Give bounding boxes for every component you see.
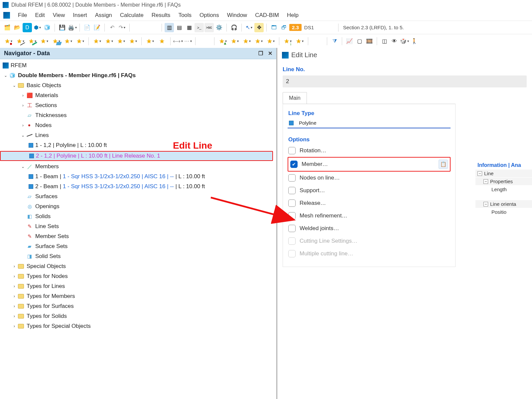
move-node-icon[interactable]: ✥ (254, 23, 264, 32)
menu-insert[interactable]: Insert (69, 11, 90, 19)
ai-assistant-icon[interactable]: 🎧 (229, 23, 239, 32)
menu-results[interactable]: Results (148, 11, 174, 19)
checkbox-nodes-on-line[interactable] (288, 174, 296, 182)
tree-openings[interactable]: ◎Openings (0, 201, 276, 211)
tree-nodes[interactable]: › Nodes (0, 120, 276, 130)
new-eccentricity-icon[interactable]: ★ (253, 36, 264, 46)
checkbox-welded[interactable] (288, 225, 296, 232)
tree-types-surfaces[interactable]: ›Types for Surfaces (0, 301, 276, 311)
webservice-icon[interactable]: ⚙️ (214, 23, 224, 32)
option-nodes-on-line[interactable]: Nodes on line… (288, 172, 451, 184)
new-imposed-deform-icon[interactable]: ★ (294, 36, 305, 46)
section-select[interactable]: Section 2.3 (LRFD), 1. to 5. (341, 25, 406, 30)
menu-window[interactable]: Window (224, 11, 250, 19)
new-rigid-link-icon[interactable]: ★ (265, 36, 276, 46)
new-solid-set-icon[interactable]: ★ (127, 36, 139, 46)
select-arrow-icon[interactable]: ↖︎ (244, 23, 254, 32)
navigator-tree[interactable]: RFEM ⌄ 🧊 Double Members - Member Hinge.r… (0, 59, 276, 399)
tree-root[interactable]: RFEM (0, 61, 276, 70)
result-section-icon[interactable]: ▢ (355, 37, 364, 46)
new-line-set-icon[interactable]: ★ (91, 36, 103, 46)
render-mode-icon[interactable]: 🎲 (400, 37, 409, 46)
tree-thicknesses[interactable]: ▱ Thicknesses (0, 110, 276, 120)
tree-members[interactable]: ⌄ ／ Members (0, 162, 276, 172)
expand-icon[interactable]: › (11, 294, 17, 299)
tree-project[interactable]: ⌄ 🧊 Double Members - Member Hinge.rf6 | … (0, 70, 276, 80)
filter-icon[interactable]: ⧩ (330, 37, 339, 46)
tree-types-nodes[interactable]: ›Types for Nodes (0, 271, 276, 281)
option-mesh-refinement[interactable]: Mesh refinement… (288, 209, 451, 222)
new-line-icon[interactable]: ★ (15, 36, 26, 46)
result-animation-icon[interactable]: 🎞️ (365, 37, 374, 46)
new-intersection-icon[interactable]: ★ (144, 36, 156, 46)
report-icon[interactable]: 📄 (82, 23, 92, 32)
block-manager-icon[interactable]: ⬢ (33, 23, 42, 32)
new-solid-icon[interactable]: ★ (74, 36, 86, 46)
result-diagram-icon[interactable]: 📈 (345, 37, 354, 46)
new-result-section-icon[interactable]: ★ (156, 36, 168, 46)
menu-help[interactable]: Help (284, 11, 302, 19)
menu-file[interactable]: File (15, 11, 30, 19)
collapse-icon[interactable]: − (483, 202, 488, 206)
standing-figure-icon[interactable]: 🚶 (410, 37, 419, 46)
load-combos-icon[interactable]: 🗗 (279, 23, 289, 32)
print-icon[interactable]: 🖨️ (67, 23, 77, 32)
tree-lines[interactable]: ⌄ Lines (0, 130, 276, 140)
tree-basic-objects[interactable]: ⌄ Basic Objects (0, 80, 276, 90)
menu-calculate[interactable]: Calculate (117, 11, 147, 19)
new-nodal-support-icon[interactable]: ★▲ (217, 36, 228, 46)
new-node-icon[interactable]: ★ (3, 36, 14, 46)
menu-edit[interactable]: Edit (32, 11, 48, 19)
protocol-icon[interactable]: 📝 (92, 23, 102, 32)
checkbox-support[interactable] (288, 187, 296, 194)
checkbox-release[interactable] (288, 200, 296, 207)
tables-toggle-icon[interactable]: ▤ (175, 23, 184, 32)
collapse-icon[interactable]: − (483, 179, 488, 184)
panel-toggle-icon[interactable]: ▦ (185, 23, 194, 32)
expand-icon[interactable]: › (11, 274, 17, 279)
new-member-icon[interactable]: ★ (27, 36, 38, 46)
script-icon[interactable]: >SC (204, 23, 214, 32)
menu-assign[interactable]: Assign (92, 11, 115, 19)
tree-surface-sets[interactable]: ▰Surface Sets (0, 241, 276, 251)
menu-cad-bim[interactable]: CAD-BIM (252, 11, 282, 19)
close-panel-icon[interactable]: ✕ (268, 51, 272, 56)
new-model-icon[interactable]: 🗂️ (3, 23, 12, 32)
new-line-support-icon[interactable]: ★ (229, 36, 240, 46)
line-no-field[interactable]: 2 (283, 75, 527, 87)
redo-icon[interactable]: ↷ (117, 23, 127, 32)
new-nodal-load-icon[interactable]: ★↓ (282, 36, 293, 46)
option-support[interactable]: Support… (288, 184, 451, 197)
option-welded-joints[interactable]: Welded joints… (288, 222, 451, 235)
tab-main[interactable]: Main (283, 92, 307, 104)
collapse-icon[interactable]: ⌄ (20, 133, 26, 138)
expand-icon[interactable]: › (11, 304, 17, 309)
clip-plane-icon[interactable]: ◫ (380, 37, 389, 46)
tree-member-sets[interactable]: ✎Member Sets (0, 231, 276, 241)
expand-icon[interactable]: › (11, 264, 17, 269)
info-properties[interactable]: −Properties (475, 178, 532, 185)
load-case-select[interactable]: DS1 (302, 25, 335, 30)
load-cases-dialog-icon[interactable]: 🗔 (269, 23, 279, 32)
tree-special-objects[interactable]: ›Special Objects (0, 261, 276, 271)
collapse-icon[interactable]: ⌄ (3, 73, 9, 78)
expand-icon[interactable]: › (11, 284, 17, 289)
navigator-toggle-icon[interactable]: ▥ (165, 23, 174, 32)
model-settings-icon[interactable]: 🧊 (43, 23, 52, 32)
expand-icon[interactable]: › (11, 314, 17, 319)
checkbox-rotation[interactable] (288, 147, 296, 154)
tree-solid-sets[interactable]: ◨Solid Sets (0, 251, 276, 261)
collapse-icon[interactable]: ⌄ (20, 164, 26, 169)
tree-member-2[interactable]: 2 - Beam | 1 - Sqr HSS 3-1/2x3-1/2x0.250… (0, 182, 276, 192)
restore-panel-icon[interactable]: ❐ (258, 51, 263, 56)
option-release[interactable]: Release… (288, 197, 451, 209)
menu-view[interactable]: View (50, 11, 68, 19)
new-arc-icon[interactable]: ★ (39, 36, 50, 46)
new-member-set-icon[interactable]: ★ (103, 36, 115, 46)
save-icon[interactable]: 💾 (58, 23, 67, 32)
info-orientation[interactable]: −Line orienta (475, 200, 532, 208)
tree-member-1[interactable]: 1 - Beam | 1 - Sqr HSS 3-1/2x3-1/2x0.250… (0, 172, 276, 182)
expand-icon[interactable]: › (20, 103, 26, 108)
edit-member-icon[interactable]: 📋 (439, 160, 448, 169)
expand-icon[interactable]: › (20, 123, 26, 128)
